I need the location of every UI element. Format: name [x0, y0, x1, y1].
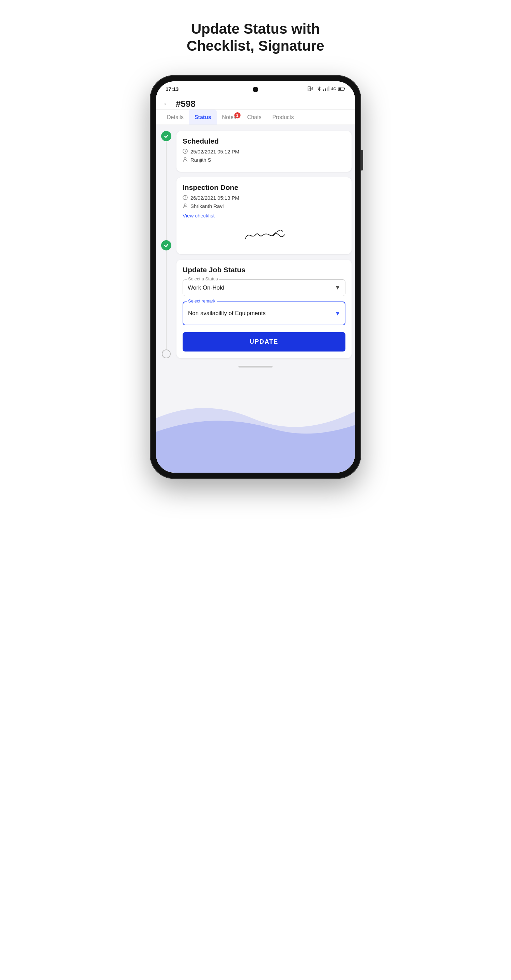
- timeline-line-1: [166, 141, 166, 240]
- svg-rect-8: [328, 86, 329, 91]
- inspection-person-row: Shrikanth Ravi: [183, 203, 345, 209]
- svg-point-19: [184, 204, 186, 206]
- svg-rect-11: [339, 88, 341, 90]
- person-icon-scheduled: [183, 157, 188, 163]
- status-icons: LTE 4G: [308, 86, 345, 92]
- scheduled-title: Scheduled: [183, 137, 345, 145]
- bluetooth-icon: [317, 86, 322, 92]
- tab-status[interactable]: Status: [189, 110, 217, 124]
- status-select[interactable]: Work On-Hold In Progress Completed Cance…: [183, 279, 345, 296]
- remark-field-wrapper: Select remark Non availability of Equipm…: [183, 301, 345, 325]
- tab-details[interactable]: Details: [161, 110, 189, 124]
- back-button[interactable]: ←: [163, 99, 170, 108]
- sim-icon: LTE: [308, 86, 315, 92]
- inspection-title: Inspection Done: [183, 183, 345, 192]
- tab-chats[interactable]: Chats: [242, 110, 267, 124]
- inspection-datetime-row: 26/02/2021 05:13 PM: [183, 195, 345, 201]
- camera-notch: [253, 87, 258, 92]
- svg-text:LTE: LTE: [308, 88, 312, 91]
- scheduled-person: Ranjith S: [190, 157, 211, 163]
- update-button[interactable]: UPDATE: [183, 332, 345, 352]
- page-title: Update Status with Checklist, Signature: [187, 21, 324, 55]
- tabs-bar: Details Status Notes 1 Chats Products: [156, 110, 355, 125]
- signature-svg: [238, 225, 289, 246]
- remark-select[interactable]: Non availability of Equipments Waiting f…: [183, 301, 345, 325]
- scheduled-datetime: 25/02/2021 05:12 PM: [190, 149, 239, 154]
- svg-rect-3: [312, 89, 313, 89]
- svg-line-18: [185, 198, 186, 198]
- svg-rect-10: [344, 88, 345, 89]
- side-button: [361, 150, 363, 170]
- update-job-status-card: Update Job Status Select a Status Work O…: [176, 259, 351, 358]
- timeline-dot-update: [162, 350, 171, 358]
- battery-icon: [338, 87, 345, 91]
- timeline-line-2: [166, 250, 166, 350]
- tab-notes[interactable]: Notes 1: [217, 110, 242, 124]
- svg-rect-7: [327, 88, 328, 91]
- status-field-label: Select a Status: [187, 276, 219, 282]
- scheduled-datetime-row: 25/02/2021 05:12 PM: [183, 149, 345, 155]
- clock-icon-scheduled: [183, 149, 188, 155]
- wave-background: [156, 391, 355, 473]
- inspection-person: Shrikanth Ravi: [190, 203, 224, 209]
- svg-point-15: [184, 158, 186, 159]
- timeline-dot-inspection: [161, 240, 171, 250]
- signal-icon: [323, 86, 329, 92]
- inspection-card: Inspection Done 26/02/2021 05:13 PM: [176, 177, 351, 254]
- update-card-title: Update Job Status: [183, 266, 345, 274]
- signature-area: [183, 224, 345, 247]
- timeline-dot-scheduled: [161, 131, 171, 141]
- inspection-datetime: 26/02/2021 05:13 PM: [190, 195, 239, 201]
- status-time: 17:13: [166, 86, 179, 92]
- app-header: ← #598: [156, 95, 355, 110]
- scheduled-person-row: Ranjith S: [183, 157, 345, 163]
- svg-rect-2: [312, 88, 313, 88]
- remark-field-label: Select remark: [187, 298, 217, 304]
- 4g-icon: 4G: [331, 87, 336, 91]
- timeline-column: [160, 131, 173, 358]
- home-indicator: [156, 362, 355, 374]
- tab-products[interactable]: Products: [267, 110, 299, 124]
- svg-rect-5: [323, 89, 324, 91]
- notes-badge: 1: [235, 112, 241, 118]
- view-checklist-link[interactable]: View checklist: [183, 213, 215, 218]
- status-field-wrapper: Select a Status Work On-Hold In Progress…: [183, 279, 345, 296]
- svg-line-14: [185, 151, 186, 152]
- phone-frame: 17:13 LTE 4G: [150, 75, 361, 490]
- svg-rect-4: [312, 89, 313, 90]
- clock-icon-inspection: [183, 195, 188, 201]
- ticket-number: #598: [176, 99, 196, 109]
- home-bar: [238, 366, 273, 368]
- person-icon-inspection: [183, 203, 188, 209]
- svg-rect-6: [325, 89, 326, 91]
- scheduled-card: Scheduled 25/02/2021 05:12 PM: [176, 131, 351, 172]
